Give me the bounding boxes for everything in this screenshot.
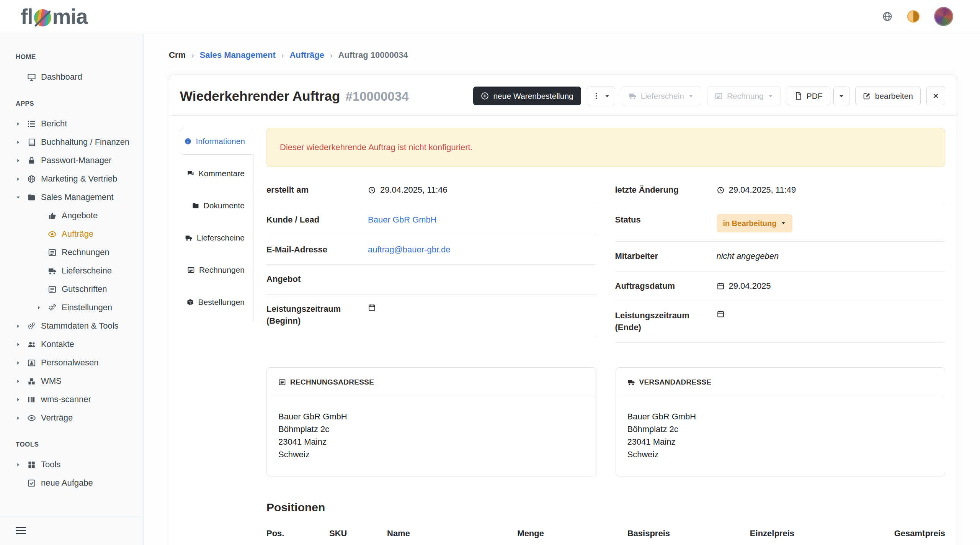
caret-down-icon — [604, 93, 610, 99]
sidebar-nav: HOME Dashboard APPS Bericht Buchhaltung … — [0, 33, 144, 516]
lieferschein-button[interactable]: Lieferschein — [621, 87, 701, 105]
shipping-address-body: Bauer GbR GmbH Böhmplatz 2c 23041 Mainz … — [616, 397, 945, 476]
customer-link[interactable]: Bauer GbR GmbH — [368, 214, 437, 226]
truck-icon — [627, 378, 635, 386]
pdf-dropdown-button[interactable] — [833, 87, 849, 105]
truck-icon — [629, 92, 637, 100]
main-content: Crm › Sales Management › Aufträge › Auft… — [144, 33, 980, 545]
order-toolbar: neue Warenbestellung Lieferschein Rechnu… — [473, 87, 945, 105]
app-logo[interactable]: flmia — [21, 4, 87, 29]
sidebar-item-marketing[interactable]: Marketing & Vertrieb — [0, 170, 144, 188]
close-button[interactable] — [926, 87, 945, 105]
col-name: Name — [387, 529, 448, 538]
sidebar-item-angebote[interactable]: Angebote — [0, 206, 144, 225]
breadcrumb-root[interactable]: Crm — [169, 50, 186, 60]
orders-eye-icon — [47, 230, 57, 239]
field-row-customer: Kunde / Lead Bauer GbR GmbH — [266, 205, 597, 235]
sidebar-item-buchhaltung[interactable]: Buchhaltung / Finanzen — [0, 133, 144, 151]
sidebar-item-sales-management[interactable]: Sales Management — [0, 188, 144, 206]
edit-button[interactable]: bearbeiten — [855, 87, 921, 105]
sidebar-item-personalwesen[interactable]: Personalwesen — [0, 354, 144, 372]
desktop-icon — [26, 73, 36, 82]
pdf-button[interactable]: PDF — [787, 87, 830, 105]
caret-right-icon[interactable] — [16, 416, 26, 421]
breadcrumb-link-auftraege[interactable]: Aufträge — [289, 50, 324, 60]
clock-icon — [717, 186, 725, 194]
more-actions-button[interactable] — [587, 87, 615, 105]
avatar[interactable] — [934, 7, 953, 26]
caret-right-icon[interactable] — [16, 342, 26, 347]
sidebar-item-passwort-manager[interactable]: Passwort-Manager — [0, 151, 144, 170]
caret-right-icon[interactable] — [16, 324, 26, 329]
pdf-split-button: PDF — [787, 87, 849, 105]
new-purchase-order-button[interactable]: neue Warenbestellung — [473, 87, 581, 105]
breadcrumb-link-sales-management[interactable]: Sales Management — [200, 50, 276, 60]
box-icon — [186, 298, 194, 306]
caret-down-icon — [781, 221, 786, 226]
tab-informationen[interactable]: Informationen — [180, 128, 253, 155]
positions-table-header: Pos. SKU Name Menge Basispreis Einzelpre… — [266, 524, 945, 545]
report-list-icon — [26, 119, 36, 128]
rechnung-button[interactable]: Rechnung — [707, 87, 781, 105]
col-sku: SKU — [329, 529, 387, 538]
sidebar-item-rechnungen[interactable]: Rechnungen — [0, 243, 144, 262]
col-pos: Pos. — [266, 529, 329, 538]
globe-icon — [26, 175, 36, 183]
field-row-offer: Angebot — [266, 265, 597, 295]
tab-rechnungen[interactable]: Rechnungen — [180, 257, 253, 283]
caret-right-icon[interactable] — [16, 140, 26, 145]
sidebar-item-einstellungen[interactable]: Einstellungen — [0, 298, 144, 317]
plus-circle-icon — [481, 92, 489, 100]
tab-lieferscheine[interactable]: Lieferscheine — [180, 224, 253, 251]
caret-right-icon[interactable] — [36, 305, 47, 310]
caret-right-icon[interactable] — [16, 360, 26, 365]
positions-heading: Positionen — [266, 501, 945, 514]
fields-column-left: erstellt am 29.04.2025, 11:46 Kunde / Le… — [266, 175, 597, 343]
caret-right-icon[interactable] — [16, 397, 26, 402]
order-number: #10000034 — [345, 89, 408, 104]
breadcrumb: Crm › Sales Management › Aufträge › Auft… — [169, 50, 956, 60]
sidebar-item-neue-aufgabe[interactable]: neue Aufgabe — [0, 474, 144, 492]
kebab-icon — [592, 92, 600, 100]
caret-right-icon[interactable] — [16, 379, 26, 384]
gears-icon — [26, 322, 36, 331]
not-configured-alert: Dieser wiederkehrende Auftrag ist nicht … — [266, 128, 945, 167]
tab-kommentare[interactable]: Kommentare — [180, 160, 253, 187]
thumbs-up-icon — [47, 211, 57, 220]
language-globe-icon[interactable] — [882, 11, 893, 22]
order-fields: erstellt am 29.04.2025, 11:46 Kunde / Le… — [266, 175, 945, 343]
caret-down-icon[interactable] — [16, 195, 26, 200]
tab-dokumente[interactable]: Dokumente — [180, 192, 253, 219]
fields-column-right: letzte Änderung 29.04.2025, 11:49 Status… — [615, 175, 946, 343]
section-label-apps: APPS — [0, 100, 144, 115]
sidebar-item-lieferscheine[interactable]: Lieferscheine — [0, 262, 144, 280]
status-badge[interactable]: in Bearbeitung — [717, 214, 792, 232]
sidebar-item-wms-scanner[interactable]: wms-scanner — [0, 390, 144, 409]
id-card-icon — [26, 358, 36, 367]
sidebar-item-auftraege[interactable]: Aufträge — [0, 225, 144, 243]
field-row-order-date: Auftragsdatum 29.04.2025 — [615, 272, 946, 301]
sidebar-item-tools[interactable]: Tools — [0, 455, 144, 474]
sidebar-item-bericht[interactable]: Bericht — [0, 115, 144, 133]
sidebar: HOME Dashboard APPS Bericht Buchhaltung … — [0, 33, 144, 545]
caret-right-icon[interactable] — [16, 121, 26, 126]
logo-o-icon — [34, 9, 51, 26]
sidebar-item-vertraege[interactable]: Verträge — [0, 409, 144, 427]
sidebar-item-gutschriften[interactable]: Gutschriften — [0, 280, 144, 298]
contract-eye-icon — [26, 414, 36, 422]
sidebar-item-dashboard[interactable]: Dashboard — [0, 68, 144, 86]
field-row-period-end: Leistungszeitraum (Ende) — [615, 301, 946, 343]
logo-text-suffix: mia — [52, 4, 88, 29]
shipping-address-card: VERSANDADRESSE Bauer GbR GmbH Böhmplatz … — [616, 367, 946, 476]
caret-right-icon[interactable] — [16, 158, 26, 163]
sidebar-collapse-icon[interactable] — [16, 525, 26, 536]
sidebar-item-stammdaten[interactable]: Stammdaten & Tools — [0, 317, 144, 335]
tab-bestellungen[interactable]: Bestellungen — [180, 289, 253, 316]
caret-right-icon[interactable] — [16, 462, 26, 467]
sidebar-item-kontakte[interactable]: Kontakte — [0, 335, 144, 354]
caret-right-icon[interactable] — [16, 177, 26, 182]
theme-toggle-icon[interactable] — [907, 10, 920, 23]
order-title: Wiederkehrender Auftrag — [180, 88, 340, 104]
sidebar-item-wms[interactable]: WMS — [0, 372, 144, 390]
email-link[interactable]: auftrag@bauer-gbr.de — [368, 244, 451, 256]
